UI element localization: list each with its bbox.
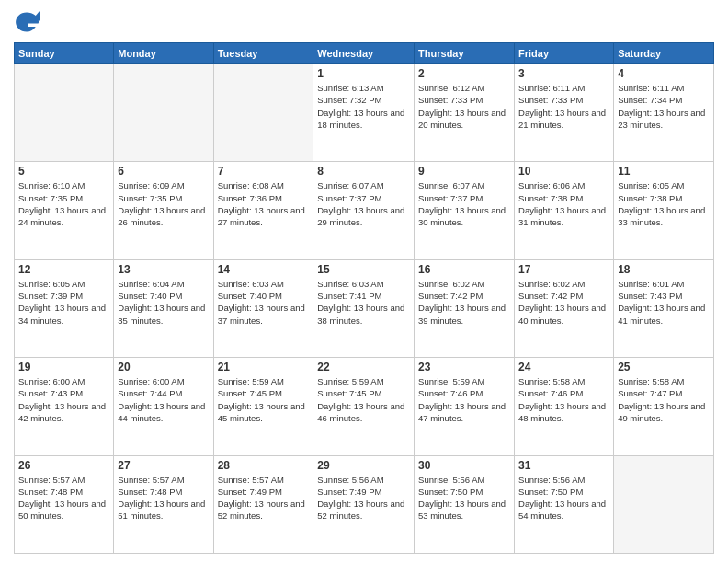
day-header-tuesday: Tuesday [213,43,313,64]
day-number: 15 [317,263,410,276]
week-row-4: 19Sunrise: 6:00 AMSunset: 7:43 PMDayligh… [15,358,714,455]
day-header-sunday: Sunday [15,43,114,64]
day-info: Sunrise: 6:08 AMSunset: 7:36 PMDaylight:… [218,179,310,228]
calendar-cell: 14Sunrise: 6:03 AMSunset: 7:40 PMDayligh… [213,259,313,357]
calendar-cell: 1Sunrise: 6:13 AMSunset: 7:32 PMDaylight… [313,64,415,162]
day-number: 6 [118,165,209,178]
day-number: 8 [317,165,410,178]
day-info: Sunrise: 5:56 AMSunset: 7:49 PMDaylight:… [317,474,410,523]
calendar-cell: 4Sunrise: 6:11 AMSunset: 7:34 PMDaylight… [614,64,714,162]
calendar-cell: 2Sunrise: 6:12 AMSunset: 7:33 PMDaylight… [415,64,515,162]
day-header-wednesday: Wednesday [313,43,415,64]
day-number: 2 [418,67,510,80]
calendar-cell: 23Sunrise: 5:59 AMSunset: 7:46 PMDayligh… [415,358,515,455]
calendar-cell: 24Sunrise: 5:58 AMSunset: 7:46 PMDayligh… [515,358,614,455]
day-number: 7 [218,165,310,178]
calendar-cell: 8Sunrise: 6:07 AMSunset: 7:37 PMDaylight… [313,162,415,259]
day-header-friday: Friday [515,43,614,64]
calendar-cell [213,64,313,162]
day-number: 10 [518,165,609,178]
day-info: Sunrise: 6:04 AMSunset: 7:40 PMDaylight:… [118,278,209,327]
day-info: Sunrise: 5:59 AMSunset: 7:45 PMDaylight:… [317,375,410,424]
day-info: Sunrise: 6:10 AMSunset: 7:35 PMDaylight:… [18,179,109,228]
day-info: Sunrise: 5:56 AMSunset: 7:50 PMDaylight:… [518,474,609,523]
calendar-cell: 11Sunrise: 6:05 AMSunset: 7:38 PMDayligh… [614,162,714,259]
calendar-cell: 29Sunrise: 5:56 AMSunset: 7:49 PMDayligh… [313,455,415,553]
calendar-cell: 21Sunrise: 5:59 AMSunset: 7:45 PMDayligh… [213,358,313,455]
day-number: 23 [418,361,510,373]
day-header-thursday: Thursday [415,43,515,64]
day-number: 11 [618,165,710,178]
calendar-cell: 13Sunrise: 6:04 AMSunset: 7:40 PMDayligh… [114,259,213,357]
calendar-cell: 27Sunrise: 5:57 AMSunset: 7:48 PMDayligh… [114,455,213,553]
day-number: 1 [317,67,410,80]
day-number: 24 [518,361,609,373]
day-number: 28 [218,459,310,472]
calendar-cell: 6Sunrise: 6:09 AMSunset: 7:35 PMDaylight… [114,162,213,259]
day-info: Sunrise: 6:13 AMSunset: 7:32 PMDaylight:… [317,82,410,131]
calendar-cell: 28Sunrise: 5:57 AMSunset: 7:49 PMDayligh… [213,455,313,553]
day-number: 18 [618,263,710,276]
day-info: Sunrise: 6:09 AMSunset: 7:35 PMDaylight:… [118,179,209,228]
logo [14,9,43,35]
calendar-cell: 3Sunrise: 6:11 AMSunset: 7:33 PMDaylight… [515,64,614,162]
day-info: Sunrise: 5:58 AMSunset: 7:47 PMDaylight:… [618,375,710,424]
calendar-cell: 30Sunrise: 5:56 AMSunset: 7:50 PMDayligh… [415,455,515,553]
week-row-2: 5Sunrise: 6:10 AMSunset: 7:35 PMDaylight… [15,162,714,259]
day-number: 30 [418,459,510,472]
day-info: Sunrise: 6:06 AMSunset: 7:38 PMDaylight:… [518,179,609,228]
day-info: Sunrise: 6:11 AMSunset: 7:33 PMDaylight:… [518,82,609,131]
day-info: Sunrise: 6:02 AMSunset: 7:42 PMDaylight:… [418,278,510,327]
calendar-cell: 9Sunrise: 6:07 AMSunset: 7:37 PMDaylight… [415,162,515,259]
day-info: Sunrise: 6:03 AMSunset: 7:41 PMDaylight:… [317,278,410,327]
day-number: 29 [317,459,410,472]
day-info: Sunrise: 5:59 AMSunset: 7:46 PMDaylight:… [418,375,510,424]
day-info: Sunrise: 6:05 AMSunset: 7:39 PMDaylight:… [18,278,109,327]
calendar-cell: 16Sunrise: 6:02 AMSunset: 7:42 PMDayligh… [415,259,515,357]
day-info: Sunrise: 5:56 AMSunset: 7:50 PMDaylight:… [418,474,510,523]
day-info: Sunrise: 6:11 AMSunset: 7:34 PMDaylight:… [618,82,710,131]
day-number: 12 [18,263,109,276]
calendar-cell [614,455,714,553]
calendar-cell: 17Sunrise: 6:02 AMSunset: 7:42 PMDayligh… [515,259,614,357]
day-number: 5 [18,165,109,178]
day-number: 22 [317,361,410,373]
day-number: 17 [518,263,609,276]
calendar-cell: 7Sunrise: 6:08 AMSunset: 7:36 PMDaylight… [213,162,313,259]
day-info: Sunrise: 6:07 AMSunset: 7:37 PMDaylight:… [317,179,410,228]
calendar-body: 1Sunrise: 6:13 AMSunset: 7:32 PMDaylight… [15,64,714,554]
calendar: SundayMondayTuesdayWednesdayThursdayFrid… [14,42,714,554]
day-header-monday: Monday [114,43,213,64]
day-number: 25 [618,361,710,373]
day-info: Sunrise: 6:00 AMSunset: 7:43 PMDaylight:… [18,375,109,424]
calendar-cell: 25Sunrise: 5:58 AMSunset: 7:47 PMDayligh… [614,358,714,455]
day-number: 9 [418,165,510,178]
day-number: 26 [18,459,109,472]
calendar-cell: 18Sunrise: 6:01 AMSunset: 7:43 PMDayligh… [614,259,714,357]
day-info: Sunrise: 5:59 AMSunset: 7:45 PMDaylight:… [218,375,310,424]
day-info: Sunrise: 6:12 AMSunset: 7:33 PMDaylight:… [418,82,510,131]
day-info: Sunrise: 6:07 AMSunset: 7:37 PMDaylight:… [418,179,510,228]
day-number: 19 [18,361,109,373]
week-row-1: 1Sunrise: 6:13 AMSunset: 7:32 PMDaylight… [15,64,714,162]
day-info: Sunrise: 5:58 AMSunset: 7:46 PMDaylight:… [518,375,609,424]
day-header-saturday: Saturday [614,43,714,64]
calendar-cell [15,64,114,162]
calendar-cell: 12Sunrise: 6:05 AMSunset: 7:39 PMDayligh… [15,259,114,357]
calendar-cell: 20Sunrise: 6:00 AMSunset: 7:44 PMDayligh… [114,358,213,455]
week-row-5: 26Sunrise: 5:57 AMSunset: 7:48 PMDayligh… [15,455,714,553]
page: SundayMondayTuesdayWednesdayThursdayFrid… [0,0,728,563]
day-info: Sunrise: 6:03 AMSunset: 7:40 PMDaylight:… [218,278,310,327]
day-info: Sunrise: 6:05 AMSunset: 7:38 PMDaylight:… [618,179,710,228]
day-number: 20 [118,361,209,373]
calendar-cell: 5Sunrise: 6:10 AMSunset: 7:35 PMDaylight… [15,162,114,259]
logo-icon [14,9,40,35]
day-number: 13 [118,263,209,276]
day-info: Sunrise: 5:57 AMSunset: 7:48 PMDaylight:… [18,474,109,523]
day-info: Sunrise: 5:57 AMSunset: 7:49 PMDaylight:… [218,474,310,523]
day-number: 21 [218,361,310,373]
day-info: Sunrise: 5:57 AMSunset: 7:48 PMDaylight:… [118,474,209,523]
calendar-cell: 31Sunrise: 5:56 AMSunset: 7:50 PMDayligh… [515,455,614,553]
calendar-header-row: SundayMondayTuesdayWednesdayThursdayFrid… [15,43,714,64]
calendar-cell: 26Sunrise: 5:57 AMSunset: 7:48 PMDayligh… [15,455,114,553]
